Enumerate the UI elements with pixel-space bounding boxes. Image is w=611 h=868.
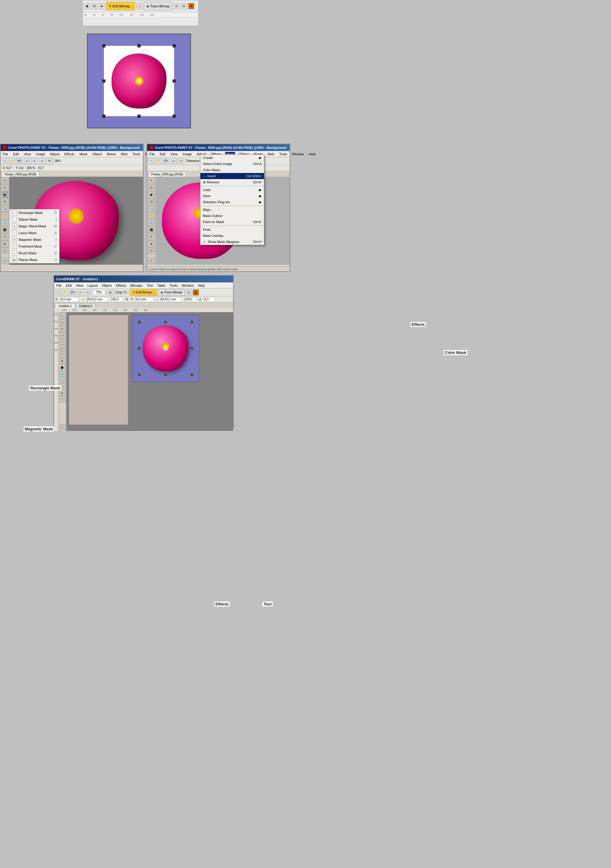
- ctx-selection-plugins[interactable]: Selection Plug-Ins ▶: [200, 199, 264, 205]
- menu-view[interactable]: View: [23, 152, 32, 156]
- tool-eyedrop[interactable]: 💧: [2, 219, 8, 226]
- toolbar-icon-copy[interactable]: ⧉: [46, 158, 53, 164]
- menu-object[interactable]: Object: [91, 152, 103, 156]
- tab-flower-hdr-right[interactable]: Flower_HDR.jpg (RGB): [148, 172, 186, 177]
- icon-placeholder-5[interactable]: ⊟: [181, 3, 187, 9]
- cd-tool-text[interactable]: T: [59, 352, 65, 358]
- icon-placeholder-3[interactable]: ⇆: [99, 3, 105, 9]
- tool-zoom[interactable]: 🔍: [2, 205, 8, 212]
- mask-item-freehand[interactable]: 〜 Freehand Mask K: [9, 243, 59, 250]
- tb-icon-redo-r[interactable]: ↪: [178, 158, 184, 164]
- tool-fill-r[interactable]: ⬛: [148, 226, 155, 233]
- tool-crop-r[interactable]: ⊡: [148, 198, 155, 205]
- cd-angle-input[interactable]: [204, 297, 215, 302]
- toolbar-icon-undo[interactable]: ↩: [24, 158, 30, 164]
- tool-mask-r[interactable]: ▣: [148, 191, 155, 198]
- cd-menu-help[interactable]: Help: [197, 283, 206, 288]
- menu-mask-left[interactable]: Mask: [79, 152, 88, 156]
- cd-tool-table[interactable]: ⊞: [59, 358, 65, 364]
- toolbar-icon-save[interactable]: 💾: [16, 158, 22, 164]
- menu-view-r[interactable]: View: [170, 152, 179, 156]
- handle-mr[interactable]: [173, 79, 176, 82]
- mask-item-magic-wand[interactable]: ✦ Magic Wand Mask W: [9, 223, 59, 229]
- cd-tb-open[interactable]: 📂: [62, 290, 68, 296]
- cd-menu-edit[interactable]: Edit: [65, 283, 73, 288]
- cd-menu-text[interactable]: Text: [146, 283, 154, 288]
- handle-bc[interactable]: [138, 115, 141, 118]
- cd-tb-save[interactable]: 💾: [70, 290, 76, 296]
- cd-x-input[interactable]: [60, 297, 79, 302]
- cd-handle-tc[interactable]: [164, 321, 167, 323]
- cd-handle-mr[interactable]: [191, 347, 193, 350]
- cd-tool-shape[interactable]: ◇: [59, 319, 65, 326]
- cd-tool-rect[interactable]: ▭: [59, 332, 65, 338]
- edit-bitmap-button[interactable]: ✎ Edit Bitmap...: [106, 2, 135, 10]
- tool-crop[interactable]: ⊡: [2, 198, 8, 205]
- toolbar-icon-new[interactable]: □: [2, 158, 8, 164]
- cd-handle-bc[interactable]: [164, 374, 167, 376]
- tool-select-r[interactable]: ↖: [148, 177, 155, 184]
- tool-eraser[interactable]: ◻: [2, 248, 8, 254]
- cd-tool-blend[interactable]: ⤢: [59, 384, 65, 390]
- cd-tb-new[interactable]: □: [55, 290, 62, 296]
- cd-tb-redo[interactable]: ↪: [85, 290, 91, 296]
- tb-icon-undo-r[interactable]: ↩: [171, 158, 177, 164]
- cd-menu-window[interactable]: Window: [181, 283, 195, 288]
- toolbar-icon-cut[interactable]: ✂: [39, 158, 45, 164]
- cd-handle-ml[interactable]: [138, 347, 141, 350]
- menu-web-r[interactable]: Web: [266, 152, 275, 156]
- tool-add-r[interactable]: +: [148, 257, 155, 264]
- ctx-align[interactable]: Align...: [200, 207, 264, 213]
- cd-tab-untitled2[interactable]: Untitled-2: [76, 304, 96, 308]
- cd-menu-object[interactable]: Object: [101, 283, 113, 288]
- tool-mask[interactable]: ▣: [2, 191, 8, 198]
- cd-handle-br[interactable]: [191, 374, 193, 376]
- cd-menu-bitmaps[interactable]: Bitmaps: [130, 283, 144, 288]
- tool-zoom-r[interactable]: 🔍: [148, 205, 155, 212]
- menu-web[interactable]: Web: [120, 152, 128, 156]
- menu-file[interactable]: File: [2, 152, 9, 156]
- tool-eyedrop-r[interactable]: 💧: [148, 219, 155, 226]
- tb-icon-open-r[interactable]: 📂: [156, 158, 162, 164]
- cd-menu-file[interactable]: File: [55, 283, 63, 288]
- cd-snap-icon[interactable]: ⊞: [107, 290, 113, 296]
- mask-item-planar[interactable]: ▤ Planar Mask 8: [9, 256, 59, 263]
- handle-br[interactable]: [173, 115, 176, 118]
- cd-tool-ellipse[interactable]: ○: [59, 339, 65, 345]
- ctx-select-entire[interactable]: Select Entire Image Ctrl+A: [200, 161, 264, 167]
- icon-extra[interactable]: ⊛: [188, 3, 194, 9]
- tool-add[interactable]: +: [2, 257, 8, 264]
- ctx-float[interactable]: Float: [200, 226, 264, 232]
- handle-tl[interactable]: [102, 44, 105, 47]
- cd-tool-eyedrop[interactable]: 💧: [59, 371, 65, 377]
- menu-edit-r[interactable]: Edit: [159, 152, 167, 156]
- cd-menu-layout[interactable]: Layout: [87, 283, 98, 288]
- tool-freehand-r[interactable]: ✏: [148, 184, 155, 191]
- tool-clone[interactable]: ⊕: [2, 240, 8, 247]
- handle-bl[interactable]: [102, 115, 105, 118]
- cd-menu-tools[interactable]: Tools: [169, 283, 178, 288]
- menu-window-r[interactable]: Window: [291, 152, 305, 156]
- cd-tool-connector[interactable]: ⌇: [59, 397, 65, 403]
- icon-placeholder-2[interactable]: ⊞: [91, 3, 97, 9]
- tool-eraser-r[interactable]: ◻: [148, 248, 155, 254]
- cd-tb-extra2[interactable]: ⊛: [193, 290, 199, 296]
- ctx-create[interactable]: Create ▶: [200, 155, 264, 161]
- cd-tab-untitled1[interactable]: Untitled-1: [55, 304, 75, 308]
- tool-select[interactable]: ↖: [2, 177, 8, 184]
- tool-clone-r[interactable]: ⊕: [148, 240, 155, 247]
- menu-edit[interactable]: Edit: [12, 152, 20, 156]
- cd-tool-freehand[interactable]: ✏: [59, 326, 65, 332]
- ctx-mask-overlay[interactable]: Mask Overlay: [200, 232, 264, 239]
- tool-fill[interactable]: ⬛: [2, 226, 8, 233]
- zoom-input[interactable]: 75%: [93, 290, 105, 294]
- snap-to-label[interactable]: Snap To: [114, 290, 128, 294]
- tool-pan-r[interactable]: ✋: [148, 212, 155, 219]
- mask-item-ellipse[interactable]: ○ Ellipse Mask J: [9, 216, 59, 223]
- cd-handle-tr[interactable]: [191, 321, 193, 323]
- toolbar-icon-open[interactable]: 📂: [9, 158, 15, 164]
- tb-icon-new-r[interactable]: □: [148, 158, 155, 164]
- ctx-paint-on-mask[interactable]: Paint on Mask Ctrl+K: [200, 219, 264, 225]
- cd-tool-select[interactable]: ↖: [59, 313, 65, 319]
- menu-movie[interactable]: Movie: [106, 152, 117, 156]
